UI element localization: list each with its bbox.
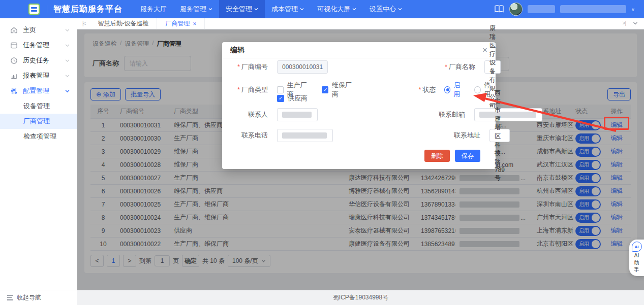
ai-assistant-button[interactable]: AI AI 助 手 [629,240,644,276]
history-icon [10,57,18,64]
sidebar-item-history-tasks[interactable]: 历史任务 [0,53,77,68]
tab-device-inspection[interactable]: 智慧后勤-设备巡检 [89,18,157,29]
vendor-name-label: 厂商名称 [444,62,475,72]
chevron-down-icon [398,7,402,11]
chevron-down-icon [65,26,70,34]
report-icon [10,72,18,80]
contact-input[interactable] [277,108,318,121]
checkbox-checked-icon [277,95,284,102]
vendor-code-label: 厂商编号 [231,62,268,72]
address-label: 联系地址 [449,131,480,140]
address-input[interactable]: 西安市雁塔区科技路789号 [489,129,510,142]
redacted-value [282,112,312,118]
sidebar-item-vendor-mgmt[interactable]: 厂商管理 [0,114,77,129]
app-logo-icon [28,4,40,15]
menu-item-safety-mgmt[interactable]: 安全管理 [219,0,265,18]
chevron-down-icon [352,7,356,11]
checkbox-checked-icon [322,86,328,93]
book-icon[interactable] [494,5,504,13]
vendor-code-input[interactable]: 000300010031 [277,60,328,74]
status-label: 状态 [416,85,436,94]
chevron-down-icon [65,42,70,49]
top-navbar: 智慧后勤服务平台 服务大厅 服务管理 安全管理 成本管理 可视化大屏 设置中心 … [0,0,644,18]
sidebar-item-checkitem-mgmt[interactable]: 检查项管理 [0,129,77,144]
phone-label: 联系电话 [231,131,268,140]
checkbox-icon [277,86,284,93]
form-row-3: 联系人 联系邮箱 [222,108,496,121]
icp-label: 蜀ICP备19034998号 [333,293,388,302]
user-org-redacted [560,5,626,13]
phone-input[interactable] [277,129,333,142]
chevron-down-icon [65,57,70,64]
redacted-value [479,112,536,118]
tab-bar: |< 智慧后勤-设备巡检 厂商管理× >| [77,18,644,29]
scroll-tabs-left-icon[interactable]: |< [82,21,85,26]
sidebar-item-report-mgmt[interactable]: 报表管理 [0,68,77,83]
vendor-name-input[interactable]: 康瑞医疗设备有限公司 [484,60,501,74]
app-root: 智慧后勤服务平台 服务大厅 服务管理 安全管理 成本管理 可视化大屏 设置中心 … [0,0,644,305]
sidebar-item-task-mgmt[interactable]: 任务管理 [0,38,77,53]
page-footer: 蜀ICP备19034998号 [77,290,644,305]
ai-icon: AI [632,242,642,252]
dialog-buttons: 删除 保存 [424,150,480,162]
radio-selected-icon [444,86,451,93]
home-icon [10,26,18,34]
redacted-value [282,132,327,139]
menu-item-settings-center[interactable]: 设置中心 [363,0,409,18]
top-menu: 服务大厅 服务管理 安全管理 成本管理 可视化大屏 设置中心 [134,0,409,18]
dialog-title: 编辑 [230,46,244,55]
save-button[interactable]: 保存 [455,150,480,162]
vendor-type-label: 厂商类型 [231,85,268,94]
tab-list-dropdown-icon[interactable] [633,20,638,27]
sidebar-item-config-mgmt[interactable]: 配置管理 [0,83,77,98]
user-avatar[interactable] [509,3,523,16]
form-row-2b: 供应商 [222,94,496,103]
collapse-nav-button[interactable]: 收起导航 [0,290,77,305]
menu-item-service-mgmt[interactable]: 服务管理 [173,0,219,18]
config-icon [10,87,18,95]
close-icon[interactable]: × [482,46,487,54]
form-row-4: 联系电话 联系地址 西安市雁塔区科技路789号 [222,129,496,142]
contact-label: 联系人 [231,110,268,119]
collapse-bars-icon [7,295,13,300]
task-icon [10,42,18,49]
nav-right-area: ∨ [494,3,635,16]
email-label: 联系邮箱 [434,110,465,119]
menu-item-service-hall[interactable]: 服务大厅 [134,0,173,18]
delete-button[interactable]: 删除 [424,150,450,162]
radio-icon [474,86,481,93]
checkbox-supplier[interactable]: 供应商 [277,94,308,103]
chevron-down-icon [208,7,212,11]
chevron-down-icon [65,72,70,80]
chevron-down-icon [300,7,304,11]
email-input[interactable] [474,108,542,121]
username-redacted [528,5,555,13]
sidebar-item-device-mgmt[interactable]: 设备管理 [0,98,77,114]
app-title: 智慧后勤服务平台 [53,4,122,15]
user-menu-caret-icon[interactable]: ∨ [631,7,635,12]
sidebar-item-home[interactable]: 主页 [0,22,77,38]
sidebar: 主页 任务管理 历史任务 报表管理 配置管理 设备管理 厂商管理 检查项管理 [0,18,77,305]
dialog-header: 编辑 × [222,42,496,58]
menu-item-dashboard[interactable]: 可视化大屏 [311,0,363,18]
scroll-tabs-right-icon[interactable]: >| [623,20,626,27]
close-tab-icon[interactable]: × [193,20,196,27]
form-row-1: 厂商编号 000300010031 厂商名称 康瑞医疗设备有限公司 [222,60,496,74]
chevron-down-icon [254,7,258,11]
edit-vendor-dialog: 编辑 × 厂商编号 000300010031 厂商名称 康瑞医疗设备有限公司 厂… [222,42,496,169]
tab-vendor-mgmt[interactable]: 厂商管理× [157,18,205,29]
nav-divider [47,5,47,13]
chevron-down-icon [65,87,70,95]
menu-item-cost-mgmt[interactable]: 成本管理 [265,0,311,18]
